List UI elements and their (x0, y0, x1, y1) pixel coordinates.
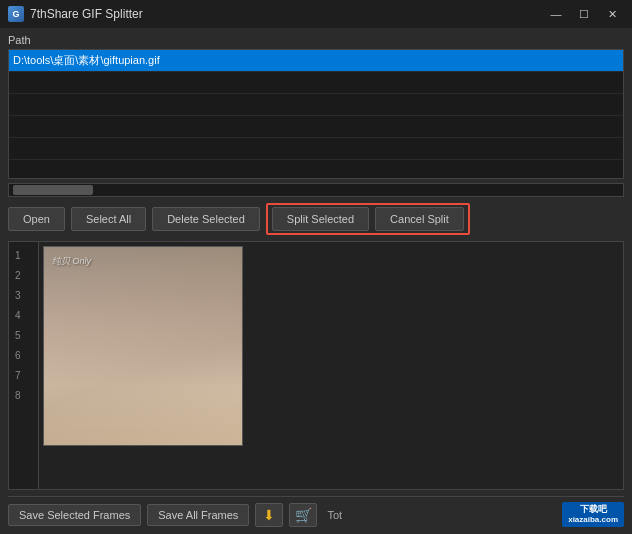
scrollbar-thumb[interactable] (13, 185, 93, 195)
site-watermark: 下载吧 xiazaiba.com (562, 502, 624, 526)
window-controls: — ☐ ✕ (544, 5, 624, 23)
frame-number[interactable]: 6 (13, 346, 34, 366)
main-content: Path D:\tools\桌面\素材\giftupian.gif Open S… (0, 28, 632, 534)
file-row[interactable] (9, 94, 623, 116)
frame-number[interactable]: 1 (13, 246, 34, 266)
frame-numbers: 12345678 (9, 242, 39, 489)
title-bar: G 7thShare GIF Splitter — ☐ ✕ (0, 0, 632, 28)
open-button[interactable]: Open (8, 207, 65, 231)
path-label: Path (8, 34, 624, 46)
file-row[interactable] (9, 138, 623, 160)
cancel-split-button[interactable]: Cancel Split (375, 207, 464, 231)
frame-number[interactable]: 5 (13, 326, 34, 346)
frame-number[interactable]: 2 (13, 266, 34, 286)
window-title: 7thShare GIF Splitter (30, 7, 544, 21)
watermark-text: 纯贝 Only (52, 255, 91, 268)
download-icon-button[interactable]: ⬇ (255, 503, 283, 527)
horizontal-scrollbar[interactable] (8, 183, 624, 197)
bottom-bar: Save Selected Frames Save All Frames ⬇ 🛒… (8, 496, 624, 528)
file-row[interactable]: D:\tools\桌面\素材\giftupian.gif (9, 50, 623, 72)
close-button[interactable]: ✕ (600, 5, 624, 23)
file-list[interactable]: D:\tools\桌面\素材\giftupian.gif (8, 49, 624, 179)
save-all-frames-button[interactable]: Save All Frames (147, 504, 249, 526)
file-row[interactable] (9, 116, 623, 138)
file-row[interactable] (9, 72, 623, 94)
frame-area: 12345678 纯贝 Only (8, 241, 624, 490)
split-group: Split Selected Cancel Split (266, 203, 470, 235)
frame-number[interactable]: 7 (13, 366, 34, 386)
frame-number[interactable]: 4 (13, 306, 34, 326)
gif-preview: 纯贝 Only (43, 246, 243, 446)
maximize-button[interactable]: ☐ (572, 5, 596, 23)
select-all-button[interactable]: Select All (71, 207, 146, 231)
delete-selected-button[interactable]: Delete Selected (152, 207, 260, 231)
save-selected-frames-button[interactable]: Save Selected Frames (8, 504, 141, 526)
frame-number[interactable]: 8 (13, 386, 34, 406)
gif-image: 纯贝 Only (44, 247, 242, 445)
total-label: Tot (327, 509, 342, 521)
split-selected-button[interactable]: Split Selected (272, 207, 369, 231)
frame-content: 纯贝 Only (39, 242, 623, 489)
app-icon: G (8, 6, 24, 22)
cart-icon-button[interactable]: 🛒 (289, 503, 317, 527)
minimize-button[interactable]: — (544, 5, 568, 23)
toolbar: Open Select All Delete Selected Split Se… (8, 203, 624, 235)
frame-number[interactable]: 3 (13, 286, 34, 306)
